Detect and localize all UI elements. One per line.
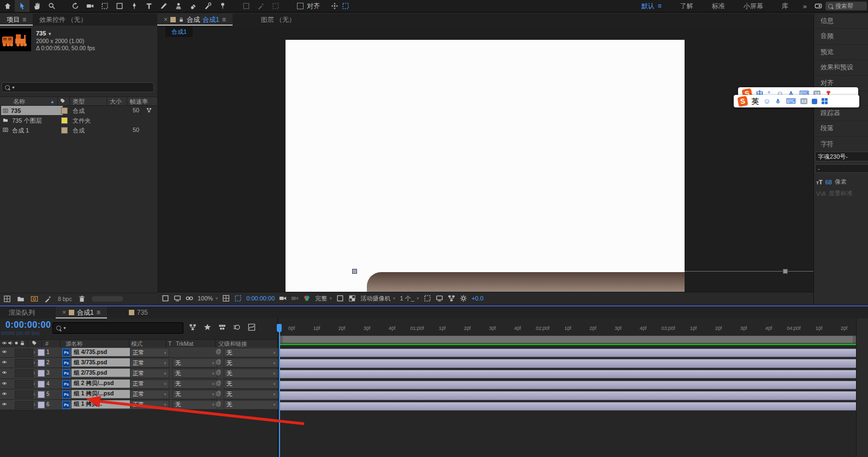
layer-label-swatch[interactable] (38, 370, 45, 377)
clone-stamp-tool-button[interactable] (171, 0, 186, 12)
label-color-swatch[interactable] (61, 117, 68, 124)
sidebar-panel-tab[interactable]: 效果和预设 (814, 60, 868, 75)
close-icon[interactable]: × (164, 16, 168, 23)
layer-source-name[interactable]: 组 4/735.psd (72, 348, 130, 356)
tab-project[interactable]: 项目 ≡ (0, 14, 33, 26)
preview-timecode[interactable]: 0:00:00:00 (246, 295, 275, 302)
column-name[interactable]: 名称 (13, 98, 25, 106)
trkmat-select[interactable]: 无 ∨ (173, 400, 217, 410)
project-row-layers-folder[interactable]: 735 个图层 文件夹 (0, 116, 157, 125)
trash-icon[interactable] (78, 295, 86, 303)
timeline-button-icon[interactable] (436, 294, 443, 302)
workspace-tab-small-screen[interactable]: 小屏幕 (734, 2, 772, 11)
label-color-column-icon[interactable] (60, 98, 66, 104)
brush-tool-button[interactable] (156, 0, 171, 12)
tab-render-queue[interactable]: 渲染队列 (0, 306, 41, 318)
panel-menu-icon[interactable]: ≡ (97, 309, 100, 316)
grid-guides-icon[interactable] (222, 294, 230, 302)
emoji-icon[interactable]: ☺ (763, 98, 770, 105)
home-tool-button[interactable] (0, 0, 15, 12)
workspace-tab-libraries[interactable]: 库 (772, 2, 798, 11)
workspace-switcher-icon[interactable] (815, 2, 822, 10)
layer-source-name[interactable]: 组 2 拷贝/...psd (72, 380, 130, 388)
layer-expander-icon[interactable]: › (33, 359, 35, 365)
ime-square-icon[interactable] (812, 99, 817, 104)
layer-expander-icon[interactable]: › (33, 390, 35, 397)
layer-visibility-icon[interactable] (2, 359, 7, 365)
layer-expander-icon[interactable]: › (33, 348, 35, 355)
monitor-icon[interactable] (174, 294, 181, 302)
parent-link-select[interactable]: 无 ∨ (224, 348, 278, 357)
shape-tool-button[interactable] (112, 0, 127, 12)
resolution-select[interactable]: 完整 ∨ (315, 294, 332, 303)
sidebar-panel-tab[interactable]: 信息 (814, 14, 868, 29)
footage-name[interactable]: 735 (36, 30, 46, 37)
graph-editor-icon[interactable] (248, 323, 255, 331)
comp-label-swatch[interactable] (170, 17, 176, 22)
workspace-tab-standard[interactable]: 标准 (703, 2, 734, 11)
layer-visibility-icon[interactable] (2, 381, 7, 386)
column-size[interactable]: 大小 (110, 98, 122, 106)
kerning-value[interactable]: 度量标准 (829, 189, 853, 197)
font-size-value[interactable]: 68 (825, 179, 832, 185)
ime-mode-toggle[interactable]: 英 (752, 97, 759, 106)
blend-mode-select[interactable]: 正常 ∨ (130, 369, 169, 378)
item-name[interactable]: 735 个图层 (12, 117, 41, 125)
tab-composition-viewer[interactable]: × 合成 合成1 ≡ (157, 14, 233, 26)
comp-flowchart-icon[interactable] (448, 294, 455, 302)
rotate-tool-button[interactable] (68, 0, 82, 12)
puppet-pin-tool-button[interactable] (215, 0, 230, 12)
font-family-select[interactable]: 字魂230号- (815, 152, 868, 161)
font-style-select[interactable]: - (815, 164, 868, 173)
layer-av-cells[interactable] (15, 390, 33, 399)
tab-layer-viewer[interactable]: 图层 （无） (254, 14, 302, 26)
trkmat-select[interactable]: 无 ∨ (173, 380, 217, 389)
layer-row[interactable]: › 4 Ps 组 2 拷贝/...psd 正常 ∨ 无 ∨ @ (0, 379, 277, 389)
snapshot-camera-icon[interactable] (279, 294, 287, 302)
tab-timeline-comp1[interactable]: × 合成1 ≡ (56, 306, 107, 318)
column-mode[interactable]: 模式 (131, 340, 142, 348)
blend-mode-select[interactable]: 正常 ∨ (130, 400, 169, 410)
layer-expander-icon[interactable]: › (33, 401, 35, 407)
layer-duration-bar[interactable] (279, 358, 857, 369)
frame-blend-icon[interactable] (218, 323, 226, 331)
workspace-tab-learn[interactable]: 了解 (671, 2, 703, 11)
camera-tool-button[interactable] (82, 0, 97, 12)
column-t[interactable]: T (168, 340, 171, 347)
always-preview-icon[interactable] (162, 294, 169, 302)
trkmat-select[interactable]: 无 ∨ (173, 390, 217, 399)
roto-brush-tool-button[interactable] (200, 0, 215, 12)
snap-checkbox[interactable] (297, 3, 304, 9)
blend-mode-select[interactable]: 正常 ∨ (130, 348, 169, 357)
pickwhip-icon[interactable]: @ (216, 359, 221, 365)
video-column-icon[interactable] (2, 340, 7, 346)
panel-menu-icon[interactable]: ≡ (222, 16, 226, 23)
zoom-tool-button[interactable] (44, 0, 59, 12)
sogou-logo-icon[interactable]: S (738, 96, 748, 107)
layer-expander-icon[interactable]: › (33, 380, 35, 387)
parent-link-select[interactable]: 无 ∨ (224, 358, 278, 368)
layer-duration-bar[interactable] (279, 380, 857, 390)
transparency-grid-icon[interactable] (348, 294, 356, 302)
comp-subtab[interactable]: 合成1 (165, 27, 193, 37)
blend-mode-select[interactable]: 正常 ∨ (130, 358, 169, 368)
composition-canvas[interactable] (286, 40, 685, 292)
draft-3d-icon[interactable] (204, 323, 211, 331)
blend-mode-select[interactable]: 正常 ∨ (130, 390, 169, 399)
parent-link-select[interactable]: 无 ∨ (224, 380, 278, 389)
caret-down-icon[interactable]: ▼ (47, 32, 52, 37)
layer-source-name[interactable]: 组 3/735.psd (72, 358, 130, 366)
column-trkmat[interactable]: TrkMat (176, 340, 193, 347)
layer-label-swatch[interactable] (38, 349, 45, 356)
camera-view-select[interactable]: 活动摄像机 ∨ (360, 294, 395, 303)
layer-row[interactable]: › 2 Ps 组 3/735.psd 正常 ∨ 无 ∨ @ (0, 358, 277, 368)
roi-bracket-icon[interactable] (342, 2, 349, 10)
trkmat-select[interactable]: 无 ∨ (173, 358, 217, 368)
column-fps[interactable]: 帧速率 (130, 98, 148, 106)
color-depth-button[interactable]: 8 bpc (58, 296, 72, 302)
lock-column-icon[interactable] (20, 340, 25, 346)
layer-source-name[interactable]: 组 2/735.psd (72, 369, 130, 377)
layer-visibility-icon[interactable] (2, 349, 7, 354)
layer-duration-bar[interactable] (279, 401, 857, 412)
ground-layer-shape[interactable] (367, 272, 685, 292)
